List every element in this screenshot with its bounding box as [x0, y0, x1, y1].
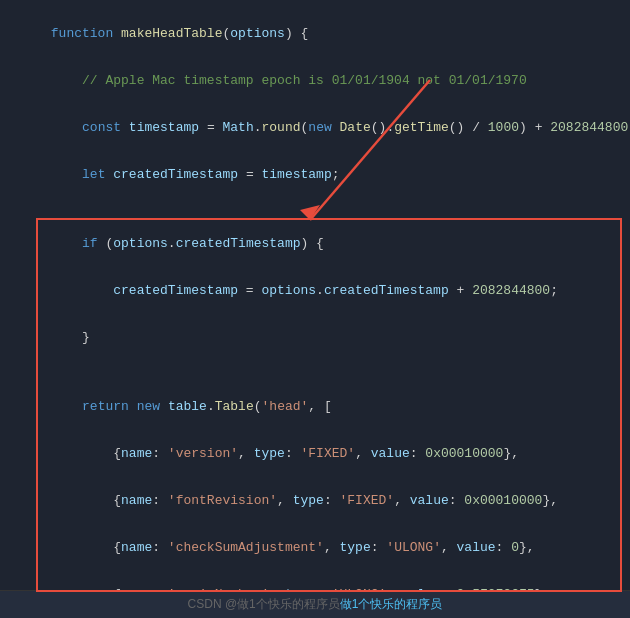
code-line-9 [0, 361, 630, 383]
bottom-bar: CSDN @做1个快乐的程序员做1个快乐的程序员 [0, 590, 630, 618]
code-line-2: // Apple Mac timestamp epoch is 01/01/19… [0, 57, 630, 104]
code-line-12: {name: 'fontRevision', type: 'FIXED', va… [0, 477, 630, 524]
code-line-3: const timestamp = Math.round(new Date().… [0, 104, 630, 151]
code-line-10: return new table.Table('head', [ [0, 383, 630, 430]
code-line-13: {name: 'checkSumAdjustment', type: 'ULON… [0, 524, 630, 571]
code-line-11: {name: 'version', type: 'FIXED', value: … [0, 430, 630, 477]
code-line-7: createdTimestamp = options.createdTimest… [0, 267, 630, 314]
code-line-6: if (options.createdTimestamp) { [0, 220, 630, 267]
code-line-4: let createdTimestamp = timestamp; [0, 151, 630, 198]
watermark-text: CSDN @做1个快乐的程序员 [188, 596, 340, 613]
code-editor: function makeHeadTable(options) { // App… [0, 0, 630, 618]
code-line-8: } [0, 314, 630, 361]
code-line-1: function makeHeadTable(options) { [0, 10, 630, 57]
code-line-5 [0, 198, 630, 220]
watermark-highlight: 做1个快乐的程序员 [340, 596, 443, 613]
